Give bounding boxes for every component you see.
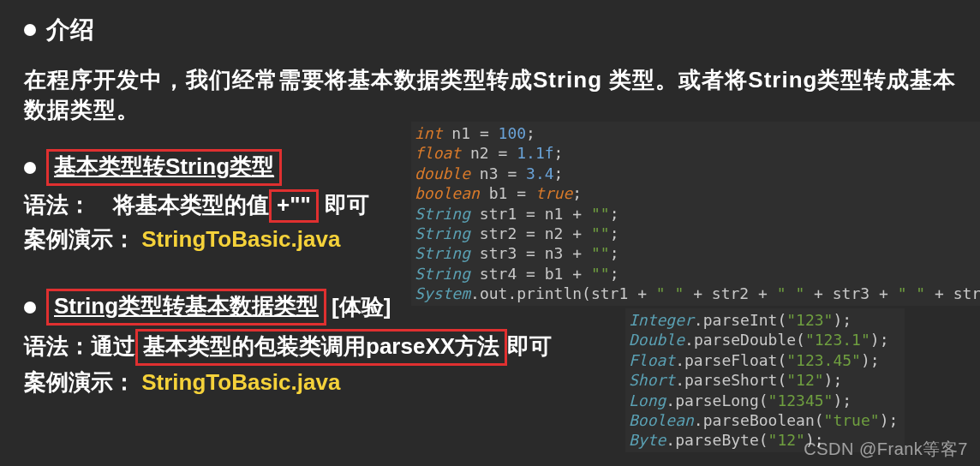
code-line: float n2 = 1.1f; (415, 143, 980, 163)
demo-filename: StringToBasic.java (141, 226, 340, 252)
highlight-box: String类型转基本数据类型 (46, 289, 326, 326)
code-line: Long.parseLong("12345"); (629, 391, 898, 410)
code-snippet-2: Integer.parseInt("123");Double.parseDoub… (625, 308, 905, 452)
syntax-suffix: 即可 (507, 333, 552, 359)
intro-paragraph: 在程序开发中，我们经常需要将基本数据类型转成String 类型。或者将Strin… (24, 65, 963, 125)
code-line: String str1 = n1 + ""; (415, 204, 980, 224)
code-line: String str4 = b1 + ""; (415, 264, 980, 284)
syntax-suffix: 即可 (319, 192, 369, 218)
code-line: int n1 = 100; (415, 123, 980, 143)
demo-filename: StringToBasic.java (141, 369, 340, 395)
code-line: System.out.println(str1 + " " + str2 + "… (415, 284, 980, 303)
demo-label: 案例演示： (24, 226, 135, 252)
code-line: Boolean.parseBoolean("true"); (629, 410, 898, 430)
code-line: String str3 = n3 + ""; (415, 243, 980, 263)
highlight-box: +"" (269, 189, 319, 223)
code-line: Short.parseShort("12"); (629, 370, 898, 390)
bullet-icon (24, 302, 36, 314)
code-snippet-1: int n1 = 100;float n2 = 1.1f;double n3 =… (411, 122, 980, 306)
code-line: Double.parseDouble("123.1"); (629, 330, 898, 350)
syntax-prefix: 语法： 将基本类型的值 (24, 192, 269, 218)
demo-label: 案例演示： (24, 369, 135, 395)
main-heading: 介绍 (24, 14, 963, 46)
main-heading-text: 介绍 (46, 14, 94, 46)
code-line: boolean b1 = true; (415, 183, 980, 203)
bullet-icon (24, 24, 36, 36)
code-line: double n3 = 3.4; (415, 164, 980, 183)
experiment-tag: [体验] (332, 292, 391, 322)
code-line: Float.parseFloat("123.45"); (629, 350, 898, 370)
syntax-prefix: 语法：通过 (24, 333, 135, 359)
bullet-icon (24, 162, 36, 174)
code-line: Integer.parseInt("123"); (629, 310, 898, 330)
highlight-box: 基本类型的包装类调用parseXX方法 (135, 329, 507, 366)
code-line: String str2 = n2 + ""; (415, 224, 980, 243)
highlight-box: 基本类型转String类型 (46, 149, 282, 186)
watermark: CSDN @Frank等客7 (804, 438, 968, 461)
